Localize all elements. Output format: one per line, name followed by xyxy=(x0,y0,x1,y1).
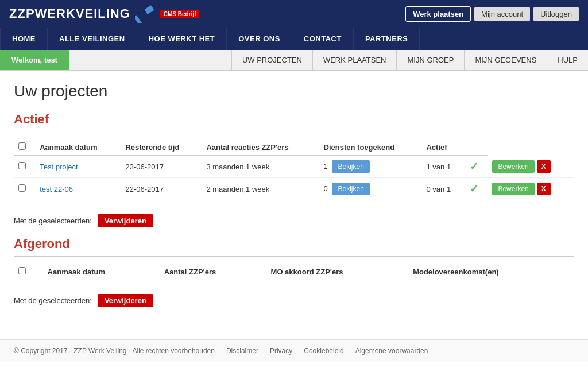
row2-project-link[interactable]: test 22-06 xyxy=(40,185,73,194)
logo-text: ZZPWERKVEILING xyxy=(9,6,130,21)
actief-section-title: Actief xyxy=(14,112,574,127)
row2-delete-button[interactable]: X xyxy=(537,183,551,195)
row1-reacties-count: 1 xyxy=(324,162,328,171)
table-row: Test project 23-06-2017 3 maanden,1 week… xyxy=(14,156,574,178)
nav-hoe-werkt-het[interactable]: HOE WERKT HET xyxy=(137,28,227,50)
row1-checkbox[interactable] xyxy=(18,162,26,169)
top-header: ZZPWERKVEILING CMS Bedrijf Werk plaatsen… xyxy=(0,0,588,28)
main-content: Uw projecten Actief Aanmaak datum Rester… xyxy=(0,71,588,328)
row2-bewerken-button[interactable]: Bewerken xyxy=(492,183,534,195)
row1-checkbox-cell xyxy=(14,156,35,178)
row2-name: test 22-06 xyxy=(35,178,121,200)
table-row: test 22-06 22-06-2017 2 maanden,1 week 0… xyxy=(14,178,574,200)
afgerond-selected-label: Met de geselecteerden: xyxy=(14,296,92,305)
mijn-account-button[interactable]: Mijn account xyxy=(474,7,530,21)
nav-hulp[interactable]: HULP xyxy=(547,50,588,70)
row1-bewerken-button[interactable]: Bewerken xyxy=(492,160,534,173)
col-resterende-tijd: Resterende tijd xyxy=(121,139,202,156)
col-checkbox xyxy=(14,139,35,156)
row2-bekijken-button[interactable]: Bekijken xyxy=(332,183,369,195)
row2-time: 2 maanden,1 week xyxy=(202,178,319,200)
col-reacties: Aantal reacties ZZP'ers xyxy=(202,139,319,156)
footer-privacy[interactable]: Privacy xyxy=(270,347,292,355)
actief-verwijderen-button[interactable]: Verwijderen xyxy=(98,214,153,227)
row2-checkmark-icon: ✓ xyxy=(470,183,478,195)
row2-checkbox-cell xyxy=(14,178,35,200)
main-nav: HOME ALLE VEILINGEN HOE WERKT HET OVER O… xyxy=(0,28,588,50)
row1-action-buttons: Bewerken X xyxy=(492,160,570,173)
header-buttons: Werk plaatsen Mijn account Uitloggen xyxy=(405,6,579,22)
row2-actief: ✓ xyxy=(465,178,488,200)
footer: © Copyright 2017 - ZZP Werk Veiling - Al… xyxy=(0,339,588,362)
logo-zzp: ZZP xyxy=(9,6,35,21)
row2-reacties-count: 0 xyxy=(324,184,328,193)
nav-over-ons[interactable]: OVER ONS xyxy=(227,28,292,50)
row2-date: 22-06-2017 xyxy=(121,178,202,200)
actief-divider xyxy=(14,132,574,132)
nav-werk-plaatsen[interactable]: WERK PLAATSEN xyxy=(312,50,397,70)
secondary-nav-links: UW PROJECTEN WERK PLAATSEN MIJN GROEP MI… xyxy=(231,50,588,70)
footer-disclaimer[interactable]: Disclaimer xyxy=(226,347,258,355)
col-actief: Actief xyxy=(421,139,465,156)
afgerond-divider xyxy=(14,256,574,257)
afgerond-selected-actions: Met de geselecteerden: Verwijderen xyxy=(14,289,574,316)
nav-partners[interactable]: PARTNERS xyxy=(354,28,420,50)
row1-date: 23-06-2017 xyxy=(121,156,202,178)
nav-uw-projecten[interactable]: UW PROJECTEN xyxy=(231,50,312,70)
col-actions xyxy=(465,139,488,156)
actief-selected-actions: Met de geselecteerden: Verwijderen xyxy=(14,210,574,237)
nav-home[interactable]: HOME xyxy=(0,28,48,50)
afgerond-table: Aanmaak datum Aantal ZZP'ers MO akkoord … xyxy=(14,264,574,280)
row1-diensten: 1 van 1 xyxy=(421,156,465,178)
footer-copyright: © Copyright 2017 - ZZP Werk Veiling - Al… xyxy=(14,347,215,355)
hammer-icon xyxy=(135,5,156,23)
actief-table-header: Aanmaak datum Resterende tijd Aantal rea… xyxy=(14,139,574,156)
afgerond-col-mo-akkoord: MO akkoord ZZP'ers xyxy=(266,264,409,280)
select-all-afgerond[interactable] xyxy=(18,267,26,274)
nav-mijn-gegevens[interactable]: MIJN GEGEVENS xyxy=(464,50,547,70)
row1-project-link[interactable]: Test project xyxy=(40,163,78,171)
afgerond-col-zzpers: Aantal ZZP'ers xyxy=(160,264,266,280)
row2-action-buttons: Bewerken X xyxy=(492,183,570,195)
uitloggen-button[interactable]: Uitloggen xyxy=(533,7,579,21)
footer-cookiebeleid[interactable]: Cookiebeleid xyxy=(304,347,343,355)
actief-selected-label: Met de geselecteerden: xyxy=(14,216,92,225)
row2-diensten: 0 van 1 xyxy=(421,178,465,200)
page-title: Uw projecten xyxy=(14,82,574,100)
logo-werk: WERK xyxy=(35,6,76,21)
afgerond-col-checkbox xyxy=(14,264,43,280)
logo-area: ZZPWERKVEILING CMS Bedrijf xyxy=(9,5,199,23)
afgerond-col-aanmaak-datum: Aanmaak datum xyxy=(43,264,160,280)
nav-alle-veilingen[interactable]: ALLE VEILINGEN xyxy=(48,28,137,50)
werk-plaatsen-button[interactable]: Werk plaatsen xyxy=(405,6,471,22)
svg-rect-1 xyxy=(135,15,142,23)
svg-rect-0 xyxy=(144,5,154,14)
row1-actief: ✓ xyxy=(465,156,488,178)
nav-mijn-groep[interactable]: MIJN GROEP xyxy=(396,50,464,70)
afgerond-table-header: Aanmaak datum Aantal ZZP'ers MO akkoord … xyxy=(14,264,574,280)
logo-veiling: VEILING xyxy=(76,6,130,21)
row1-checkmark-icon: ✓ xyxy=(470,161,478,172)
row1-bekijken-button[interactable]: Bekijken xyxy=(332,160,369,173)
cms-badge: CMS Bedrijf xyxy=(160,10,200,18)
row1-name: Test project xyxy=(35,156,121,178)
row2-actions: Bewerken X xyxy=(488,178,574,200)
secondary-nav: Welkom, test UW PROJECTEN WERK PLAATSEN … xyxy=(0,50,588,71)
afgerond-verwijderen-button[interactable]: Verwijderen xyxy=(98,294,153,307)
row1-actions: Bewerken X xyxy=(488,156,574,178)
welcome-badge: Welkom, test xyxy=(0,50,69,70)
footer-algemene-voorwaarden[interactable]: Algemene voorwaarden xyxy=(355,347,428,355)
afgerond-section-title: Afgerond xyxy=(14,237,574,252)
select-all-actief[interactable] xyxy=(18,142,26,150)
row2-reacties: 0 Bekijken xyxy=(319,178,422,200)
col-aanmaak-datum: Aanmaak datum xyxy=(35,139,121,156)
col-diensten: Diensten toegekend xyxy=(319,139,422,156)
row2-checkbox[interactable] xyxy=(18,184,26,192)
nav-contact[interactable]: CONTACT xyxy=(292,28,354,50)
afgerond-col-modelovereenkomst: Modelovereenkomst(en) xyxy=(408,264,574,280)
row1-reacties: 1 Bekijken xyxy=(319,156,422,178)
row1-delete-button[interactable]: X xyxy=(537,160,551,173)
actief-table: Aanmaak datum Resterende tijd Aantal rea… xyxy=(14,139,574,200)
row1-time: 3 maanden,1 week xyxy=(202,156,319,178)
